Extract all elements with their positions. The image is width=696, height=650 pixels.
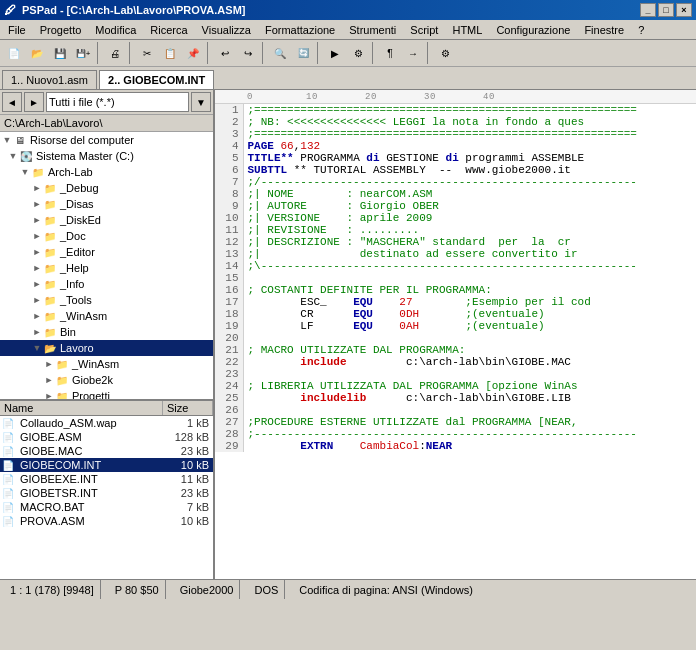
file-row-collaudo[interactable]: 📄 Collaudo_ASM.wap 1 kB — [0, 416, 213, 430]
expand-icon[interactable]: ▼ — [8, 151, 18, 161]
format-button[interactable]: ¶ — [379, 42, 401, 64]
tree-label-bin: Bin — [60, 326, 76, 338]
file-row-giobetsr[interactable]: 📄 GIOBETSR.INT 23 kB — [0, 486, 213, 500]
expand-icon[interactable]: ► — [32, 199, 42, 209]
file-list[interactable]: Name Size 📄 Collaudo_ASM.wap 1 kB 📄 GIOB… — [0, 399, 213, 579]
run-button[interactable]: ▶ — [324, 42, 346, 64]
replace-button[interactable]: 🔄 — [292, 42, 314, 64]
file-row-macro[interactable]: 📄 MACRO.BAT 7 kB — [0, 500, 213, 514]
undo-button[interactable]: ↩ — [214, 42, 236, 64]
path-label: C:\Arch-Lab\Lavoro\ — [0, 115, 213, 132]
tree-item-sistema[interactable]: ▼ 💽 Sistema Master (C:) — [0, 148, 213, 164]
code-line-4: 4 PAGE 66,132 — [215, 140, 696, 152]
copy-button[interactable]: 📋 — [159, 42, 181, 64]
folder-icon: 📁 — [42, 293, 58, 307]
expand-icon[interactable]: ► — [32, 279, 42, 289]
forward-button[interactable]: ► — [24, 92, 44, 112]
redo-button[interactable]: ↪ — [237, 42, 259, 64]
file-size: 10 kB — [163, 515, 213, 527]
tree-item-archlab[interactable]: ▼ 📁 Arch-Lab — [0, 164, 213, 180]
print-button[interactable]: 🖨 — [104, 42, 126, 64]
main-area: ◄ ► ▼ C:\Arch-Lab\Lavoro\ ▼ 🖥 Risorse de… — [0, 89, 696, 579]
file-row-giobecom[interactable]: 📄 GIOBECOM.INT 10 kB — [0, 458, 213, 472]
menu-file[interactable]: File — [2, 22, 32, 38]
file-name: GIOBEEXE.INT — [16, 473, 163, 485]
expand-icon[interactable]: ▼ — [2, 135, 12, 145]
file-tree[interactable]: ▼ 🖥 Risorse del computer ▼ 💽 Sistema Mas… — [0, 132, 213, 399]
file-row-giobe-mac[interactable]: 📄 GIOBE.MAC 23 kB — [0, 444, 213, 458]
tree-item-giobe2k[interactable]: ► 📁 Giobe2k — [0, 372, 213, 388]
menu-visualizza[interactable]: Visualizza — [196, 22, 257, 38]
expand-icon[interactable]: ► — [32, 311, 42, 321]
file-row-giobeexe[interactable]: 📄 GIOBEEXE.INT 11 kB — [0, 472, 213, 486]
minimize-button[interactable]: _ — [640, 3, 656, 17]
window-controls[interactable]: _ □ × — [640, 3, 692, 17]
open-button[interactable]: 📂 — [26, 42, 48, 64]
expand-icon[interactable]: ► — [32, 263, 42, 273]
settings-button[interactable]: ⚙ — [434, 42, 456, 64]
indent-button[interactable]: → — [402, 42, 424, 64]
code-line-12: 12 ;| DESCRIZIONE : "MASCHERA" standard … — [215, 236, 696, 248]
folder-icon: 📁 — [42, 325, 58, 339]
menu-finestre[interactable]: Finestre — [578, 22, 630, 38]
maximize-button[interactable]: □ — [658, 3, 674, 17]
tree-item-tools[interactable]: ► 📁 _Tools — [0, 292, 213, 308]
tree-item-help[interactable]: ► 📁 _Help — [0, 260, 213, 276]
expand-icon[interactable]: ► — [32, 327, 42, 337]
tree-item-lavoro[interactable]: ▼ 📂 Lavoro — [0, 340, 213, 356]
tree-item-disas[interactable]: ► 📁 _Disas — [0, 196, 213, 212]
paste-button[interactable]: 📌 — [182, 42, 204, 64]
menu-ricerca[interactable]: Ricerca — [144, 22, 193, 38]
filter-input[interactable] — [46, 92, 189, 112]
expand-icon[interactable]: ► — [32, 183, 42, 193]
tree-item-bin[interactable]: ► 📁 Bin — [0, 324, 213, 340]
find-button[interactable]: 🔍 — [269, 42, 291, 64]
tree-item-debug[interactable]: ► 📁 _Debug — [0, 180, 213, 196]
menu-strumenti[interactable]: Strumenti — [343, 22, 402, 38]
expand-icon[interactable]: ► — [32, 231, 42, 241]
compile-button[interactable]: ⚙ — [347, 42, 369, 64]
code-line-9: 9 ;| AUTORE : Giorgio OBER — [215, 200, 696, 212]
expand-icon[interactable]: ► — [44, 391, 54, 399]
file-name: GIOBECOM.INT — [16, 459, 163, 471]
tree-item-progetti[interactable]: ► 📁 Progetti — [0, 388, 213, 399]
menu-configurazione[interactable]: Configurazione — [490, 22, 576, 38]
tree-item-doc[interactable]: ► 📁 _Doc — [0, 228, 213, 244]
folder-icon: 📁 — [42, 245, 58, 259]
file-row-giobe-asm[interactable]: 📄 GIOBE.ASM 128 kB — [0, 430, 213, 444]
code-line-3: 3 ;=====================================… — [215, 128, 696, 140]
menu-formattazione[interactable]: Formattazione — [259, 22, 341, 38]
filter-dropdown[interactable]: ▼ — [191, 92, 211, 112]
expand-icon[interactable]: ► — [32, 295, 42, 305]
menu-progetto[interactable]: Progetto — [34, 22, 88, 38]
tab-giobecom[interactable]: 2.. GIOBECOM.INT — [99, 70, 214, 89]
code-editor[interactable]: 1 ;=====================================… — [215, 104, 696, 579]
expand-icon[interactable]: ▼ — [32, 343, 42, 353]
expand-icon[interactable]: ► — [32, 247, 42, 257]
save-all-button[interactable]: 💾+ — [72, 42, 94, 64]
tree-item-info[interactable]: ► 📁 _Info — [0, 276, 213, 292]
file-row-prova[interactable]: 📄 PROVA.ASM 10 kB — [0, 514, 213, 528]
tree-item-winasm[interactable]: ► 📁 _WinAsm — [0, 308, 213, 324]
cut-button[interactable]: ✂ — [136, 42, 158, 64]
file-name: GIOBE.MAC — [16, 445, 163, 457]
tab-nuovo1[interactable]: 1.. Nuovo1.asm — [2, 70, 97, 89]
close-button[interactable]: × — [676, 3, 692, 17]
expand-icon[interactable]: ► — [44, 359, 54, 369]
back-button[interactable]: ◄ — [2, 92, 22, 112]
tree-item-risorse[interactable]: ▼ 🖥 Risorse del computer — [0, 132, 213, 148]
expand-icon[interactable]: ▼ — [20, 167, 30, 177]
menu-script[interactable]: Script — [404, 22, 444, 38]
expand-icon[interactable]: ► — [32, 215, 42, 225]
tree-item-disked[interactable]: ► 📁 _DiskEd — [0, 212, 213, 228]
tree-item-winasm2[interactable]: ► 📁 _WinAsm — [0, 356, 213, 372]
menu-modifica[interactable]: Modifica — [89, 22, 142, 38]
save-button[interactable]: 💾 — [49, 42, 71, 64]
file-icon: 📄 — [0, 502, 16, 513]
menu-help[interactable]: ? — [632, 22, 650, 38]
new-button[interactable]: 📄 — [3, 42, 25, 64]
editor-area[interactable]: 0 10 20 30 40 1 ;=======================… — [215, 90, 696, 579]
expand-icon[interactable]: ► — [44, 375, 54, 385]
tree-item-editor[interactable]: ► 📁 _Editor — [0, 244, 213, 260]
menu-html[interactable]: HTML — [446, 22, 488, 38]
